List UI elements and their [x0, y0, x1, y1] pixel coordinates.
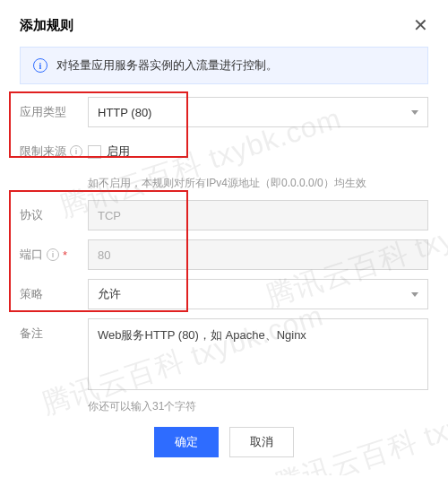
- label-policy: 策略: [20, 286, 88, 302]
- select-app-type[interactable]: HTTP (80): [88, 97, 428, 127]
- label-app-type: 应用类型: [20, 104, 88, 120]
- help-icon[interactable]: i: [70, 145, 82, 158]
- select-policy-value: 允许: [98, 286, 121, 302]
- dialog-title: 添加规则: [20, 17, 73, 34]
- checkbox-label: 启用: [107, 143, 130, 160]
- label-port: 端口 i *: [20, 247, 88, 263]
- input-port: 80: [88, 239, 428, 270]
- remark-hint: 你还可以输入31个字符: [88, 399, 428, 414]
- select-policy[interactable]: 允许: [88, 279, 428, 309]
- info-text: 对轻量应用服务器实例的入流量进行控制。: [56, 57, 278, 74]
- cancel-button[interactable]: 取消: [229, 427, 294, 457]
- row-policy: 策略 允许: [20, 279, 428, 309]
- chevron-down-icon: [411, 110, 418, 115]
- label-protocol: 协议: [20, 207, 88, 223]
- info-icon: i: [33, 58, 47, 73]
- label-source: 限制来源 i: [20, 143, 88, 160]
- info-banner: i 对轻量应用服务器实例的入流量进行控制。: [20, 47, 428, 84]
- dialog-header: 添加规则 ✕: [20, 16, 428, 34]
- row-remark: 备注 Web服务HTTP (80)，如 Apache、Nginx: [20, 318, 428, 390]
- source-hint: 如不启用，本规则对所有IPv4源地址（即0.0.0.0/0）均生效: [88, 176, 428, 191]
- checkbox-enable-source[interactable]: [88, 145, 101, 159]
- dialog-footer: 确定 取消: [20, 427, 428, 457]
- chevron-down-icon: [411, 292, 418, 297]
- help-icon[interactable]: i: [47, 248, 59, 261]
- add-rule-dialog: 添加规则 ✕ i 对轻量应用服务器实例的入流量进行控制。 应用类型 HTTP (…: [0, 0, 448, 475]
- input-protocol: TCP: [88, 200, 428, 230]
- close-icon[interactable]: ✕: [413, 16, 428, 34]
- row-app-type: 应用类型 HTTP (80): [20, 97, 428, 127]
- row-source: 限制来源 i 启用: [20, 136, 428, 167]
- label-remark: 备注: [20, 318, 88, 342]
- row-port: 端口 i * 80: [20, 239, 428, 270]
- textarea-remark[interactable]: Web服务HTTP (80)，如 Apache、Nginx: [88, 318, 428, 390]
- ok-button[interactable]: 确定: [154, 427, 219, 457]
- row-protocol: 协议 TCP: [20, 200, 428, 230]
- select-app-type-value: HTTP (80): [98, 106, 151, 119]
